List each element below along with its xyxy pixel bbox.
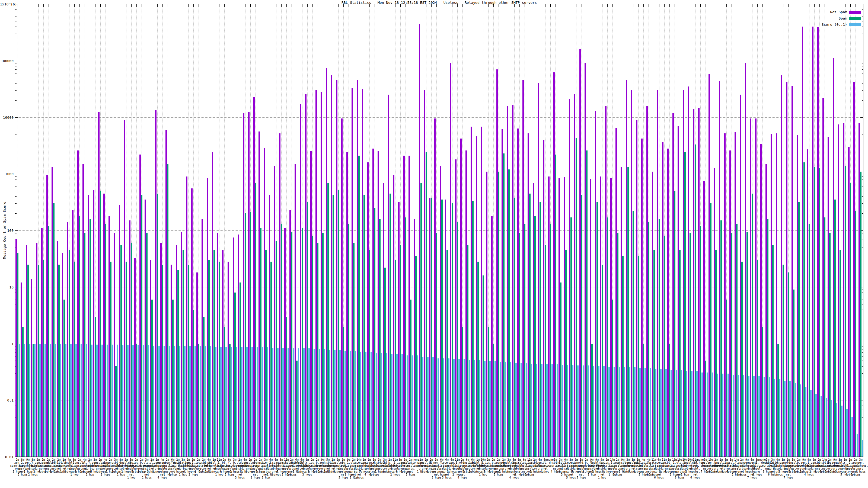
y-tick-minor (862, 317, 863, 317)
bar-not-spam (26, 245, 27, 457)
bar-not-spam (362, 89, 363, 457)
bar-score (376, 353, 377, 457)
x-tick-top (431, 4, 432, 7)
bar-score (805, 387, 806, 457)
bar-spam (131, 243, 132, 457)
x-tick-top (737, 4, 737, 7)
bar-score (712, 372, 713, 457)
bar-score (117, 345, 118, 457)
rbl-statistics-chart: RBL Statistics - Mon Nov 18 12:58:18 EST… (0, 0, 868, 488)
x-tick-top (250, 4, 251, 7)
x-tick-top (788, 4, 788, 7)
bar-spam (798, 202, 800, 457)
y-tick-minor (862, 417, 863, 418)
bar-spam (488, 327, 489, 457)
y-tick-minor (862, 191, 863, 191)
bar-score (34, 344, 35, 457)
bar-score (381, 353, 382, 457)
bar-score (81, 344, 82, 457)
bar-score (205, 346, 206, 457)
bar-score (251, 347, 253, 457)
x-tick-top (493, 4, 494, 7)
bar-score (546, 364, 548, 457)
bar-spam (198, 344, 199, 457)
bar-score (391, 354, 393, 457)
bar-not-spam (191, 188, 193, 457)
x-tick-top (473, 4, 473, 7)
bar-not-spam (553, 72, 555, 457)
bar-spam (462, 327, 463, 457)
bar-spam (550, 224, 551, 457)
y-tick-minor (862, 423, 863, 423)
bar-not-spam (62, 253, 63, 457)
bar-score (624, 367, 625, 457)
bar-not-spam (264, 148, 265, 457)
bar-score (101, 345, 103, 457)
bar-spam (136, 344, 137, 457)
bar-score (314, 349, 315, 457)
y-tick-minor (862, 187, 863, 187)
y-tick-minor (862, 233, 863, 233)
y-tick-minor (862, 120, 863, 120)
x-tick-top (566, 4, 566, 7)
y-tick-minor (862, 349, 863, 350)
bar-score (158, 346, 160, 457)
bar-not-spam (46, 175, 48, 457)
bar-spam (208, 260, 210, 457)
bar-score (479, 360, 480, 457)
x-tick-top (649, 4, 649, 7)
bar-not-spam (202, 219, 203, 457)
bar-not-spam (838, 124, 839, 457)
x-tick-top (142, 4, 142, 7)
x-tick-top (514, 4, 515, 7)
bar-not-spam (315, 90, 317, 457)
y-tick-minor (862, 409, 863, 410)
bar-not-spam (455, 159, 457, 457)
x-tick-top (550, 4, 551, 7)
bar-not-spam (93, 190, 94, 457)
x-tick-top (442, 4, 442, 7)
x-tick-top (478, 4, 478, 7)
bar-spam (664, 236, 665, 457)
bar-not-spam (538, 83, 539, 457)
y-tick-minor (862, 260, 863, 260)
bar-spam (731, 233, 733, 457)
bar-spam (374, 208, 375, 457)
x-tick-top (121, 4, 121, 7)
y-tick-minor (862, 413, 863, 413)
bar-score (432, 357, 434, 457)
x-tick-top (597, 4, 597, 7)
x-tick-top (224, 4, 225, 7)
bar-not-spam (522, 80, 524, 457)
bar-not-spam (595, 111, 596, 457)
bar-spam (741, 262, 743, 457)
bar-spam (255, 183, 256, 457)
bar-score (505, 362, 506, 457)
bar-not-spam (114, 233, 115, 457)
bar-not-spam (750, 119, 751, 457)
bar-not-spam (429, 198, 431, 457)
bar-score (717, 373, 718, 457)
x-tick-top (483, 4, 484, 7)
x-tick-top (255, 4, 256, 7)
legend-label: Spam (839, 16, 847, 20)
bar-spam (390, 194, 391, 457)
bar-not-spam (652, 172, 653, 457)
y-tick-minor (862, 196, 863, 197)
bar-not-spam (83, 164, 84, 457)
bar-score (681, 370, 682, 457)
bar-spam (565, 250, 567, 457)
bar-score (541, 364, 542, 457)
bar-spam (483, 275, 484, 457)
bar-not-spam (21, 283, 22, 457)
bar-score (401, 354, 403, 457)
bar-score (676, 370, 677, 457)
bar-spam (120, 245, 122, 457)
bar-not-spam (367, 162, 369, 457)
x-tick-top (411, 4, 411, 7)
bar-not-spam (678, 126, 679, 457)
y-tick-minor (862, 253, 863, 253)
bar-spam (245, 214, 246, 457)
bar-spam (772, 245, 774, 457)
bar-not-spam (248, 112, 250, 457)
